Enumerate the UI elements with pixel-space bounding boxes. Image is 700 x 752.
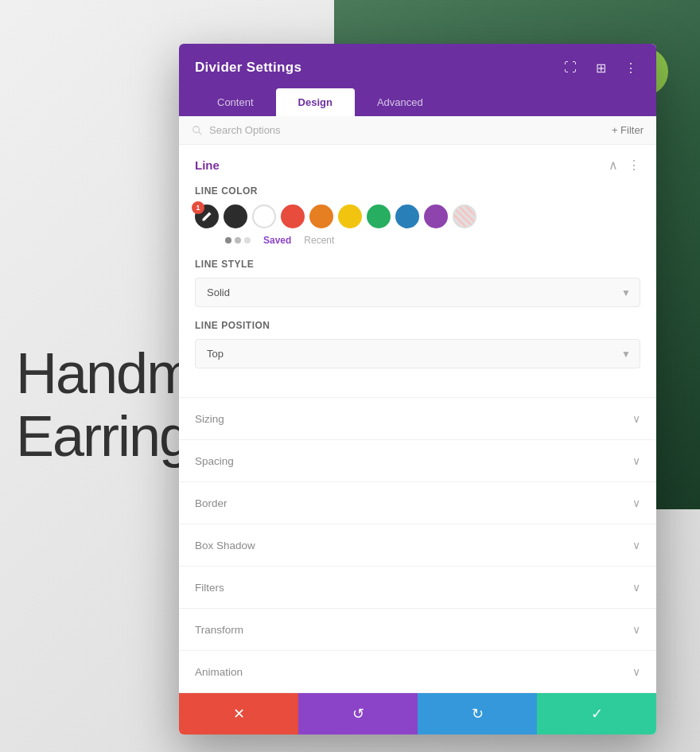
spacing-title: Spacing [195,455,234,467]
tab-design[interactable]: Design [276,88,355,116]
collapse-icon[interactable]: ∧ [609,158,618,173]
line-style-select[interactable]: Solid Dashed Dotted Double [195,278,640,307]
sizing-chevron: ∨ [632,412,640,425]
border-header[interactable]: Border ∨ [179,482,656,524]
spacing-header[interactable]: Spacing ∨ [179,440,656,481]
line-color-label: Line Color [195,185,640,197]
swatch-white[interactable] [252,205,276,228]
save-icon: ✓ [591,705,603,723]
box-shadow-section: Box Shadow ∨ [179,524,656,567]
cancel-button[interactable]: ✕ [179,693,298,734]
filters-header[interactable]: Filters ∨ [179,567,656,608]
animation-chevron: ∨ [632,665,640,678]
search-icon [192,125,203,136]
line-more-icon[interactable]: ⋮ [628,158,640,173]
swatch-blue[interactable] [395,205,419,228]
animation-title: Animation [195,666,243,678]
filters-section: Filters ∨ [179,567,656,609]
saved-label[interactable]: Saved [263,235,291,246]
swatch-black[interactable] [224,205,247,228]
filters-chevron: ∨ [632,581,640,594]
animation-header[interactable]: Animation ∨ [179,651,656,692]
swatch-none[interactable] [453,205,476,228]
dot-3 [244,237,251,244]
dot-2 [235,237,241,244]
line-position-select[interactable]: Top Center Bottom [195,339,640,368]
transform-section: Transform ∨ [179,609,656,651]
line-position-label: Line Position [195,320,640,331]
color-dots [225,237,251,244]
swatch-yellow[interactable] [338,205,362,228]
animation-section: Animation ∨ [179,651,656,693]
panel-footer: ✕ ↺ ↻ ✓ [179,693,656,734]
panel-body: Line ∧ ⋮ Line Color 1 [179,145,656,693]
swatch-red[interactable] [281,205,305,228]
undo-icon: ↺ [352,705,364,723]
layout-icon[interactable]: ⊞ [591,58,610,77]
cancel-icon: ✕ [233,705,245,723]
redo-icon: ↻ [472,705,484,723]
recent-label[interactable]: Recent [304,235,334,246]
line-position-field: Line Position Top Center Bottom ▼ [195,320,640,368]
transform-chevron: ∨ [632,623,640,636]
spacing-section: Spacing ∨ [179,440,656,482]
line-section-header: Line ∧ ⋮ [179,145,656,185]
transform-header[interactable]: Transform ∨ [179,609,656,650]
sizing-section: Sizing ∨ [179,398,656,440]
panel-header-icons: ⛶ ⊞ ⋮ [561,58,640,77]
undo-button[interactable]: ↺ [298,693,418,734]
swatch-green[interactable] [367,205,391,228]
divider-settings-panel: Divider Settings ⛶ ⊞ ⋮ Content Design Ad… [179,44,656,734]
line-section-icons: ∧ ⋮ [609,158,640,173]
line-section: Line ∧ ⋮ Line Color 1 [179,145,656,398]
line-style-field: Line Style Solid Dashed Dotted Double ▼ [195,259,640,307]
line-style-label: Line Style [195,259,640,270]
saved-recent-row: Saved Recent [195,235,640,246]
swatch-purple[interactable] [424,205,448,228]
box-shadow-title: Box Shadow [195,540,255,551]
line-content: Line Color 1 [179,185,656,397]
line-style-select-wrap: Solid Dashed Dotted Double ▼ [195,278,640,307]
sizing-header[interactable]: Sizing ∨ [179,398,656,439]
redo-button[interactable]: ↻ [418,693,537,734]
search-bar: Search Options + Filter [179,116,656,145]
line-position-select-wrap: Top Center Bottom ▼ [195,339,640,368]
box-shadow-header[interactable]: Box Shadow ∨ [179,524,656,566]
filter-button[interactable]: + Filter [612,124,644,136]
color-badge: 1 [192,201,204,214]
svg-line-1 [199,131,202,134]
panel-header: Divider Settings ⛶ ⊞ ⋮ Content Design Ad… [179,44,656,116]
search-input-wrap: Search Options [192,124,281,136]
dot-1 [225,237,231,244]
tab-advanced[interactable]: Advanced [355,88,445,116]
color-swatch-row: 1 [195,205,640,228]
more-options-icon[interactable]: ⋮ [621,58,640,77]
border-title: Border [195,497,228,509]
border-chevron: ∨ [632,497,640,509]
panel-title: Divider Settings [195,60,301,76]
box-shadow-chevron: ∨ [632,539,640,551]
transform-title: Transform [195,624,243,636]
svg-point-0 [193,126,200,132]
spacing-chevron: ∨ [632,454,640,467]
sizing-title: Sizing [195,413,224,425]
tab-content[interactable]: Content [195,88,276,116]
search-placeholder[interactable]: Search Options [209,124,281,136]
selected-color-wrap: 1 [195,205,219,228]
swatch-orange[interactable] [309,205,333,228]
panel-title-row: Divider Settings ⛶ ⊞ ⋮ [195,58,640,77]
border-section: Border ∨ [179,482,656,524]
save-button[interactable]: ✓ [537,693,656,734]
line-section-title: Line [195,158,220,172]
panel-tabs: Content Design Advanced [195,88,640,116]
filters-title: Filters [195,582,224,594]
fullscreen-icon[interactable]: ⛶ [561,58,580,77]
